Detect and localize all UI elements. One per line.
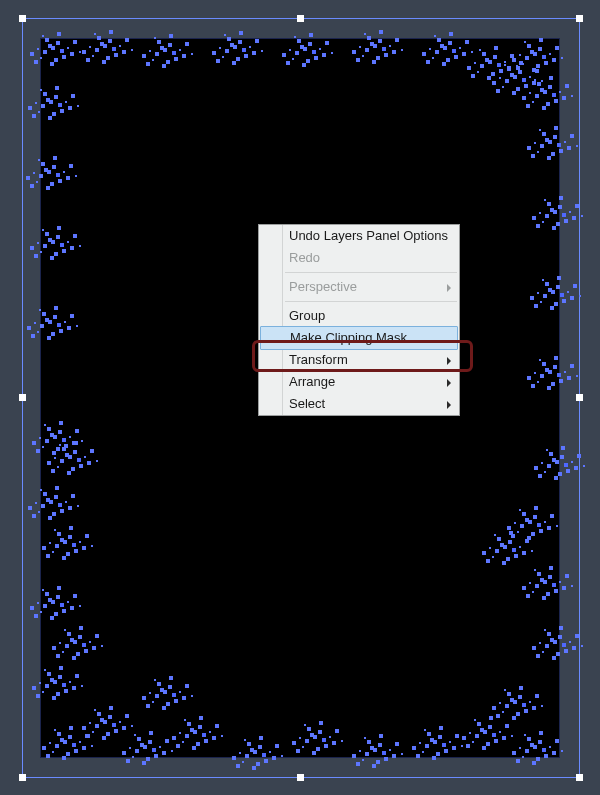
anchor-points-icon [140, 743, 144, 747]
anchor-points-icon [50, 433, 54, 437]
anchor-points-icon [440, 44, 444, 48]
perspective-item: Perspective [259, 276, 459, 298]
anchor-points-icon [230, 43, 234, 47]
anchor-points-icon [525, 518, 529, 522]
selection-handle-top-right[interactable] [576, 15, 583, 22]
submenu-arrow-icon [447, 379, 451, 387]
select-item[interactable]: Select [259, 393, 459, 415]
menu-item-label: Redo [289, 250, 320, 265]
selection-handle-top[interactable] [297, 15, 304, 22]
anchor-points-icon [480, 728, 484, 732]
anchor-points-icon [250, 748, 254, 752]
transform-item[interactable]: Transform [259, 349, 459, 371]
anchor-points-icon [545, 368, 549, 372]
anchor-points-icon [548, 288, 552, 292]
context-menu-separator [285, 272, 457, 273]
submenu-arrow-icon [447, 284, 451, 292]
anchor-points-icon [300, 45, 304, 49]
menu-item-label: Make Clipping Mask [290, 330, 407, 345]
anchor-points-icon [370, 42, 374, 46]
anchor-points-icon [190, 728, 194, 732]
anchor-points-icon [540, 578, 544, 582]
context-menu: Undo Layers Panel Options Redo Perspecti… [258, 224, 460, 416]
anchor-points-icon [100, 718, 104, 722]
anchor-points-icon [500, 543, 504, 547]
anchor-points-icon [48, 598, 52, 602]
make-clipping-mask-item[interactable]: Make Clipping Mask [260, 326, 458, 350]
anchor-points-icon [70, 638, 74, 642]
submenu-arrow-icon [447, 357, 451, 365]
anchor-points-icon [65, 453, 69, 457]
anchor-points-icon [46, 98, 50, 102]
group-item[interactable]: Group [259, 305, 459, 327]
submenu-arrow-icon [447, 401, 451, 409]
anchor-points-icon [60, 738, 64, 742]
selection-handle-top-left[interactable] [19, 15, 26, 22]
anchor-points-icon [540, 88, 544, 92]
anchor-points-icon [48, 44, 52, 48]
context-menu-separator [285, 301, 457, 302]
anchor-points-icon [530, 50, 534, 54]
canvas-stage[interactable]: Undo Layers Panel Options Redo Perspecti… [0, 0, 600, 795]
menu-item-label: Transform [289, 352, 348, 367]
anchor-points-icon [530, 743, 534, 747]
anchor-points-icon [46, 498, 50, 502]
anchor-points-icon [370, 746, 374, 750]
anchor-points-icon [48, 238, 52, 242]
anchor-points-icon [552, 458, 556, 462]
selection-handle-bottom[interactable] [297, 774, 304, 781]
anchor-points-icon [510, 73, 514, 77]
anchor-points-icon [485, 58, 489, 62]
anchor-points-icon [45, 318, 49, 322]
selection-handle-bottom-right[interactable] [576, 774, 583, 781]
arrange-item[interactable]: Arrange [259, 371, 459, 393]
anchor-points-icon [100, 42, 104, 46]
anchor-points-icon [550, 638, 554, 642]
selection-handle-bottom-left[interactable] [19, 774, 26, 781]
menu-item-label: Arrange [289, 374, 335, 389]
anchor-points-icon [60, 538, 64, 542]
anchor-points-icon [50, 678, 54, 682]
redo-item: Redo [259, 247, 459, 269]
anchor-points-icon [545, 138, 549, 142]
anchor-points-icon [550, 208, 554, 212]
menu-item-label: Select [289, 396, 325, 411]
selection-handle-left[interactable] [19, 394, 26, 401]
undo-item[interactable]: Undo Layers Panel Options [259, 225, 459, 247]
anchor-points-icon [160, 688, 164, 692]
anchor-points-icon [430, 738, 434, 742]
menu-item-label: Group [289, 308, 325, 323]
menu-item-label: Perspective [289, 279, 357, 294]
selection-handle-right[interactable] [576, 394, 583, 401]
anchor-points-icon [44, 168, 48, 172]
anchor-points-icon [510, 698, 514, 702]
anchor-points-icon [310, 733, 314, 737]
anchor-points-icon [160, 46, 164, 50]
menu-item-label: Undo Layers Panel Options [289, 228, 448, 243]
